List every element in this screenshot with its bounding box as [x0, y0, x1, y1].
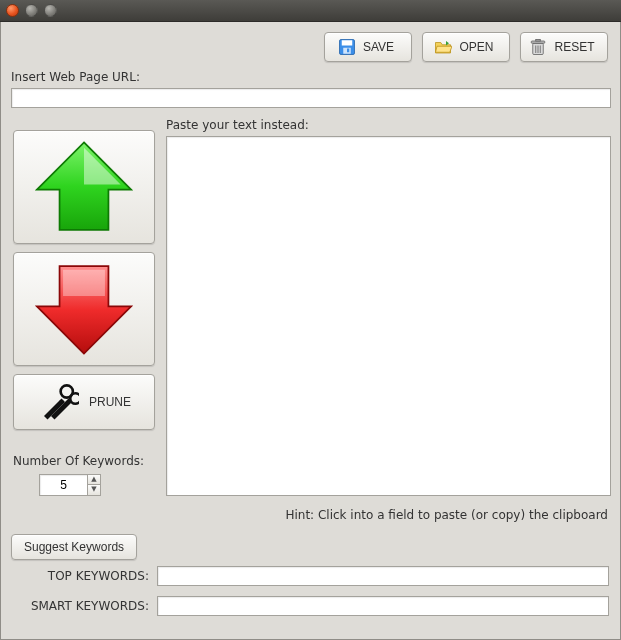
top-keywords-row: TOP KEYWORDS:	[21, 566, 609, 586]
save-button-label: SAVE	[363, 40, 394, 54]
open-button-label: OPEN	[459, 40, 493, 54]
svg-rect-6	[536, 40, 541, 42]
suggest-keywords-label: Suggest Keywords	[24, 540, 124, 554]
num-keywords-label: Number Of Keywords:	[13, 454, 144, 468]
svg-rect-3	[347, 49, 349, 53]
save-button[interactable]: SAVE	[324, 32, 412, 62]
prune-button-label: PRUNE	[89, 395, 131, 409]
url-input[interactable]	[11, 88, 611, 108]
window-close-button[interactable]	[6, 4, 19, 17]
smart-keywords-label: SMART KEYWORDS:	[21, 599, 149, 613]
folder-open-icon	[434, 38, 452, 56]
svg-point-12	[59, 400, 63, 404]
paste-textarea[interactable]	[166, 136, 611, 496]
arrow-up-icon	[29, 139, 139, 235]
shears-icon	[37, 381, 79, 423]
suggest-keywords-button[interactable]: Suggest Keywords	[11, 534, 137, 560]
top-keywords-label: TOP KEYWORDS:	[21, 569, 149, 583]
floppy-icon	[338, 38, 356, 56]
window-titlebar	[0, 0, 621, 22]
top-keywords-input[interactable]	[157, 566, 609, 586]
svg-rect-1	[342, 40, 353, 45]
svg-point-11	[70, 393, 79, 404]
prune-button[interactable]: PRUNE	[13, 374, 155, 430]
app-window: SAVE OPEN RESET Insert Web Page URL:	[0, 22, 621, 640]
spinner-down-button[interactable]: ▼	[87, 485, 101, 496]
top-toolbar: SAVE OPEN RESET	[324, 32, 608, 62]
window-minimize-button[interactable]	[25, 4, 38, 17]
smart-keywords-row: SMART KEYWORDS:	[21, 596, 609, 616]
paste-label: Paste your text instead:	[166, 118, 309, 132]
spinner-up-button[interactable]: ▲	[87, 474, 101, 485]
hint-text: Hint: Click into a field to paste (or co…	[255, 508, 608, 522]
up-arrow-button[interactable]	[13, 130, 155, 244]
reset-button[interactable]: RESET	[520, 32, 608, 62]
arrow-down-icon	[29, 261, 139, 357]
open-button[interactable]: OPEN	[422, 32, 510, 62]
num-keywords-input[interactable]	[39, 474, 87, 496]
url-label: Insert Web Page URL:	[11, 70, 140, 84]
down-arrow-button[interactable]	[13, 252, 155, 366]
num-keywords-spinner[interactable]: ▲ ▼	[39, 474, 101, 496]
window-maximize-button[interactable]	[44, 4, 57, 17]
smart-keywords-input[interactable]	[157, 596, 609, 616]
trash-icon	[529, 38, 547, 56]
reset-button-label: RESET	[554, 40, 594, 54]
